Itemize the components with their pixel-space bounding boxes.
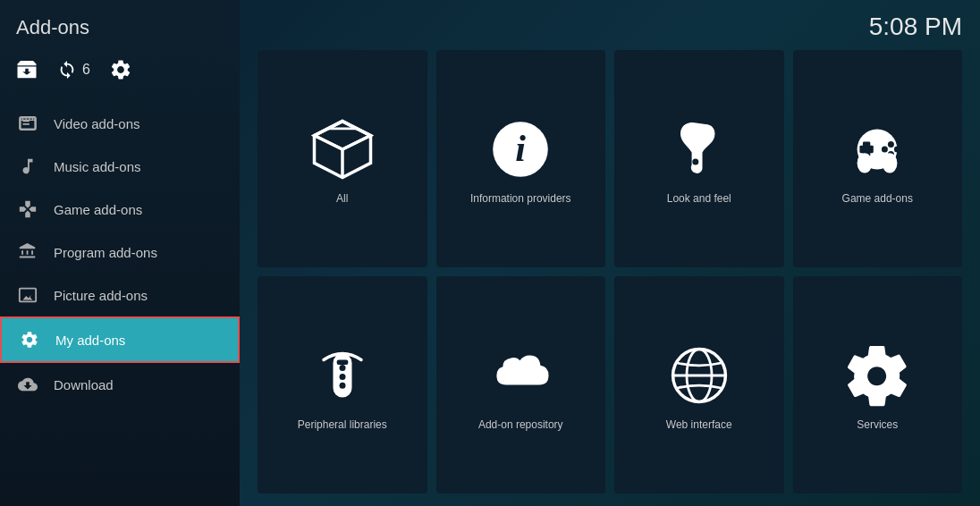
info-icon: i [485,114,556,185]
game-nav-icon [16,198,39,221]
svg-point-24 [339,365,345,371]
svg-point-18 [894,146,900,152]
repository-label: Add-on repository [478,418,563,431]
download-nav-label: Download [54,377,114,392]
clock: 5:08 PM [258,13,962,41]
grid-item-game-addons[interactable]: Game add-ons [793,50,963,267]
my-addons-nav-icon [18,328,41,351]
grid-item-web[interactable]: Web interface [614,276,784,493]
box-icon [307,114,378,185]
grid-item-info[interactable]: i Information providers [436,50,606,267]
look-icon [663,114,735,185]
grid-item-all[interactable]: All [258,50,427,267]
sidebar-nav: Video add-ons Music add-ons Game add-ons [0,98,240,506]
gamepad-icon [841,114,913,185]
my-addons-nav-label: My add-ons [55,333,125,348]
svg-point-25 [339,373,345,379]
sidebar: Add-ons 6 [0,0,240,506]
sidebar-item-program[interactable]: Program add-ons [0,231,240,274]
game-addons-label: Game add-ons [842,192,913,205]
main-content: 5:08 PM All [240,0,980,506]
picture-nav-label: Picture add-ons [54,288,148,303]
cloud-icon [485,340,556,411]
game-nav-label: Game add-ons [54,202,142,217]
sidebar-item-video[interactable]: Video add-ons [0,102,240,145]
services-icon [841,340,913,411]
look-label: Look and feel [667,192,731,205]
sidebar-item-picture[interactable]: Picture add-ons [0,274,240,316]
sidebar-item-music[interactable]: Music add-ons [0,145,240,188]
sidebar-item-game[interactable]: Game add-ons [0,188,240,231]
update-button[interactable]: 6 [57,60,90,80]
svg-point-20 [882,146,888,152]
peripheral-label: Peripheral libraries [298,418,387,431]
music-nav-icon [16,155,39,178]
toolbar: 6 [0,48,240,98]
services-label: Services [857,418,898,431]
grid-item-services[interactable]: Services [793,276,963,493]
info-label: Information providers [470,192,571,205]
grid-item-repository[interactable]: Add-on repository [436,276,606,493]
update-count: 6 [82,62,90,78]
svg-point-21 [858,153,873,173]
sidebar-item-my-addons[interactable]: My add-ons [0,316,240,363]
web-label: Web interface [666,418,732,431]
svg-rect-27 [336,359,348,365]
page-title: Add-ons [0,0,240,48]
svg-point-13 [692,158,698,164]
program-nav-label: Program add-ons [54,245,157,260]
svg-point-17 [888,140,894,147]
globe-icon [663,340,735,411]
grid-item-look[interactable]: Look and feel [614,50,784,267]
video-nav-label: Video add-ons [54,116,139,131]
program-nav-icon [16,240,39,264]
addon-box-icon[interactable] [13,55,41,84]
addon-grid: All i Information providers Look and f [258,50,962,493]
settings-icon[interactable] [106,55,135,84]
svg-point-26 [339,382,345,388]
all-label: All [336,192,348,205]
music-nav-label: Music add-ons [54,159,141,174]
picture-nav-icon [16,283,39,307]
download-nav-icon [16,373,39,396]
grid-item-peripheral[interactable]: Peripheral libraries [258,276,427,493]
sidebar-item-download[interactable]: Download [0,363,240,406]
svg-point-22 [883,153,898,173]
remote-icon [307,340,378,411]
svg-marker-7 [314,121,370,149]
video-nav-icon [16,112,39,135]
svg-text:i: i [515,127,526,168]
